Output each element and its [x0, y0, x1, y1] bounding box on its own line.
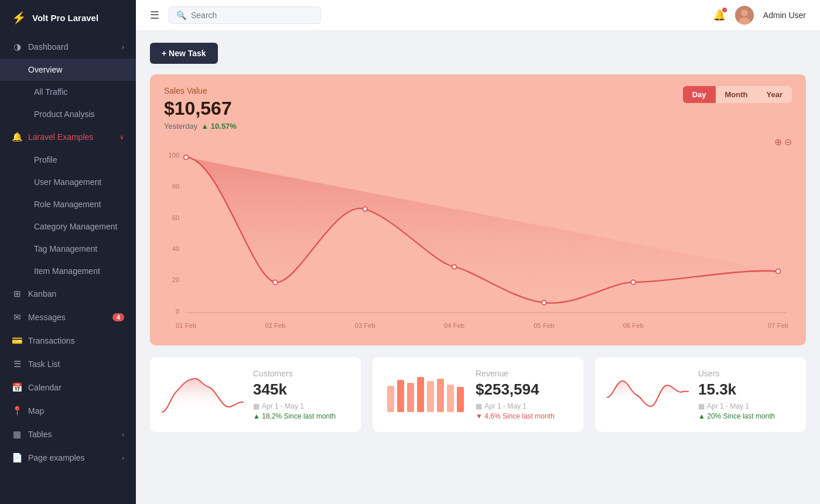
svg-point-1 — [741, 9, 748, 16]
svg-rect-27 — [417, 377, 424, 412]
users-mini-chart — [607, 374, 689, 415]
svg-text:03 Feb: 03 Feb — [355, 322, 375, 329]
sidebar-item-all-traffic[interactable]: All Traffic — [0, 81, 136, 103]
svg-rect-28 — [427, 381, 434, 412]
sidebar-item-label: User Management — [34, 177, 101, 187]
messages-badge: 4 — [112, 313, 124, 321]
zoom-in-icon[interactable]: ⊕ — [774, 136, 782, 148]
chart-header: Sales Value $10,567 Yesterday ▲ 10.57% D… — [164, 86, 792, 131]
topbar: ☰ 🔍 🔔 Admin User — [136, 0, 820, 31]
sidebar-item-label: Role Management — [34, 200, 101, 209]
sidebar-item-product-analysis[interactable]: Product Analysis — [0, 103, 136, 125]
sidebar-item-item-management[interactable]: Item Management — [0, 260, 136, 282]
topbar-right: 🔔 Admin User — [713, 6, 806, 25]
sidebar-item-dashboard[interactable]: ◑ Dashboard › — [0, 35, 136, 59]
revenue-info: Revenue $253,594 ▦ Apr 1 - May 1 ▼ 4,6% … — [476, 369, 572, 420]
svg-text:100: 100 — [169, 152, 180, 159]
sidebar-item-tag-management[interactable]: Tag Management — [0, 238, 136, 260]
svg-point-15 — [631, 280, 636, 284]
users-label: Users — [698, 369, 794, 378]
svg-point-11 — [273, 280, 278, 284]
svg-point-16 — [776, 269, 781, 274]
period-month-button[interactable]: Month — [716, 86, 757, 103]
messages-icon: ✉ — [12, 312, 22, 323]
svg-text:0: 0 — [176, 308, 179, 315]
chevron-right-icon: › — [122, 454, 124, 461]
chevron-right-icon: › — [122, 431, 124, 438]
customers-date: ▦ Apr 1 - May 1 — [253, 402, 349, 410]
users-value: 15.3k — [698, 380, 794, 399]
svg-point-10 — [184, 155, 189, 160]
svg-text:80: 80 — [172, 183, 180, 190]
brand[interactable]: ⚡ Volt Pro Laravel — [0, 0, 136, 35]
sidebar-item-label: Profile — [34, 155, 57, 164]
stat-card-customers: Customers 345k ▦ Apr 1 - May 1 ▲ 18,2% S… — [150, 357, 361, 432]
sidebar-item-laravel-examples[interactable]: 🔔 Laravel Examples ∨ — [0, 125, 136, 149]
sidebar: ⚡ Volt Pro Laravel ◑ Dashboard › Overvie… — [0, 0, 136, 504]
svg-text:07 Feb: 07 Feb — [768, 322, 788, 329]
sidebar-item-map[interactable]: 📍 Map — [0, 399, 136, 423]
sidebar-item-profile[interactable]: Profile — [0, 149, 136, 171]
sidebar-item-user-management[interactable]: User Management — [0, 171, 136, 193]
sidebar-item-label: Tables — [28, 430, 52, 439]
sidebar-item-label: All Traffic — [34, 87, 67, 97]
sidebar-item-label: Laravel Examples — [28, 132, 93, 142]
sidebar-item-label: Map — [28, 406, 44, 416]
kanban-icon: ⊞ — [12, 289, 22, 299]
revenue-value: $253,594 — [476, 380, 572, 399]
new-task-button[interactable]: + New Task — [150, 43, 218, 64]
svg-point-13 — [452, 265, 457, 269]
period-year-button[interactable]: Year — [757, 86, 792, 103]
chart-area: ⊕ ⊖ 100 80 60 40 20 0 — [164, 136, 792, 345]
sidebar-item-messages[interactable]: ✉ Messages 4 — [0, 306, 136, 329]
stats-row: Customers 345k ▦ Apr 1 - May 1 ▲ 18,2% S… — [150, 357, 806, 432]
sidebar-item-page-examples[interactable]: 📄 Page examples › — [0, 446, 136, 469]
revenue-date: ▦ Apr 1 - May 1 — [476, 402, 572, 410]
sidebar-item-label: Dashboard — [28, 42, 69, 52]
laravel-icon: 🔔 — [12, 132, 22, 142]
svg-rect-26 — [407, 383, 414, 412]
svg-text:01 Feb: 01 Feb — [176, 322, 196, 329]
search-input[interactable] — [191, 11, 308, 20]
svg-text:40: 40 — [172, 245, 180, 252]
svg-text:60: 60 — [172, 214, 180, 221]
svg-rect-24 — [387, 386, 394, 412]
chart-value: $10,567 — [164, 98, 237, 119]
customers-mini-chart — [162, 374, 244, 415]
sidebar-item-transactions[interactable]: 💳 Transactions — [0, 329, 136, 352]
sidebar-item-overview[interactable]: Overview — [0, 59, 136, 81]
sidebar-item-category-management[interactable]: Category Management — [0, 215, 136, 238]
map-icon: 📍 — [12, 406, 22, 416]
main-content: ☰ 🔍 🔔 Admin User + New Task — [136, 0, 820, 504]
period-label: Yesterday — [164, 122, 197, 131]
sidebar-item-tables[interactable]: ▦ Tables › — [0, 423, 136, 446]
sidebar-item-label: Tag Management — [34, 244, 97, 253]
menu-toggle-button[interactable]: ☰ — [150, 9, 159, 22]
chart-subtitle: Yesterday ▲ 10.57% — [164, 122, 237, 131]
svg-point-12 — [363, 207, 367, 211]
sidebar-item-kanban[interactable]: ⊞ Kanban — [0, 282, 136, 306]
period-day-button[interactable]: Day — [683, 86, 716, 103]
svg-text:05 Feb: 05 Feb — [534, 322, 554, 329]
sidebar-item-calendar[interactable]: 📅 Calendar — [0, 376, 136, 399]
sales-chart-card: Sales Value $10,567 Yesterday ▲ 10.57% D… — [150, 74, 806, 345]
customers-change: ▲ 18,2% Since last month — [253, 412, 349, 420]
sidebar-item-label: Task List — [28, 359, 60, 369]
users-info: Users 15.3k ▦ Apr 1 - May 1 ▲ 20% Since … — [698, 369, 794, 420]
avatar — [735, 6, 754, 25]
sidebar-item-role-management[interactable]: Role Management — [0, 193, 136, 215]
notification-dot — [722, 8, 727, 12]
notification-button[interactable]: 🔔 — [713, 9, 726, 22]
tables-icon: ▦ — [12, 429, 22, 440]
chart-zoom-controls: ⊕ ⊖ — [774, 136, 792, 148]
stat-card-users: Users 15.3k ▦ Apr 1 - May 1 ▲ 20% Since … — [595, 357, 806, 432]
zoom-out-icon[interactable]: ⊖ — [784, 136, 792, 148]
revenue-label: Revenue — [476, 369, 572, 378]
chevron-right-icon: › — [122, 43, 124, 50]
sidebar-item-task-list[interactable]: ☰ Task List — [0, 352, 136, 376]
chart-title: Sales Value — [164, 86, 237, 95]
sidebar-item-label: Category Management — [34, 222, 117, 231]
svg-text:20: 20 — [172, 276, 180, 283]
users-change: ▲ 20% Since last month — [698, 412, 794, 420]
sidebar-item-label: Item Management — [34, 266, 100, 276]
